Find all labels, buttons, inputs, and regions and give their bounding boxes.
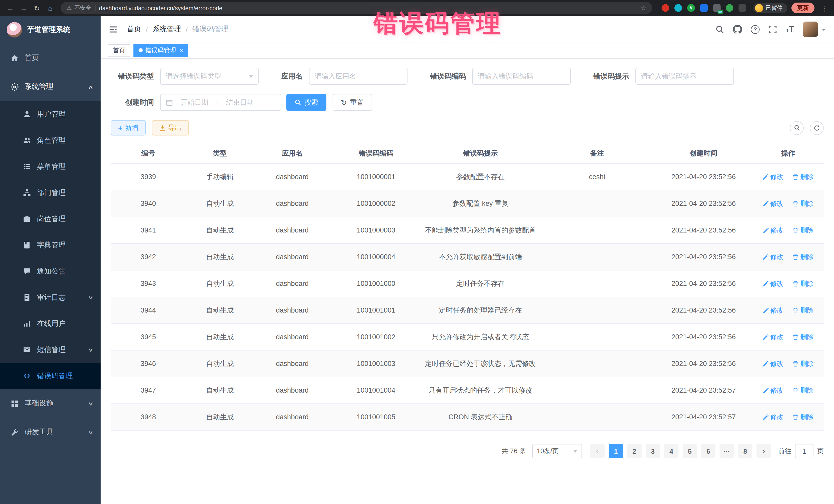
delete-link[interactable]: 删除 [793,306,814,315]
sidebar-item-dev-tools[interactable]: 研发工具 ∨ [0,418,101,446]
address-bar[interactable]: ⚠ 不安全 dashboard.yudao.iocoder.cn/system/… [61,2,652,14]
page-button-5[interactable]: 5 [683,444,697,458]
more-pages-button[interactable]: ··· [720,444,734,458]
end-date-input[interactable] [220,98,259,106]
delete-link[interactable]: 删除 [793,359,814,368]
extension-icon[interactable]: V [687,4,695,12]
search-icon[interactable] [716,25,724,34]
cell-msg: 参数配置 key 重复 [422,190,539,217]
sidebar-item-menu-management[interactable]: 菜单管理 [0,153,101,180]
cell-app: dashboard [254,324,330,350]
app-logo[interactable]: 芋道管理系统 [0,16,101,44]
app-name-input[interactable] [314,72,402,80]
edit-link[interactable]: 修改 [762,412,784,422]
page-button-1[interactable]: 1 [609,444,623,458]
edit-link[interactable]: 修改 [762,359,784,368]
cell-type: 手动编辑 [186,163,254,190]
browser-update-button[interactable]: 更新 [791,3,814,13]
error-msg-input[interactable] [641,72,728,80]
browser-reload-button[interactable]: ↻ [31,2,43,14]
cell-type: 自动生成 [186,270,254,297]
sidebar-item-home[interactable]: 首页 [0,44,101,72]
page-size-select[interactable]: 10条/页 [532,444,582,458]
search-button[interactable]: 搜索 [286,94,326,111]
browser-forward-button[interactable]: → [18,2,30,14]
extension-icon[interactable] [674,4,682,12]
sidebar-item-online-users[interactable]: 在线用户 [0,310,101,337]
sidebar-item-sms-management[interactable]: 短信管理 ∨ [0,337,101,363]
sidebar-item-error-code-management[interactable]: 错误码管理 [0,363,101,389]
sidebar-item-post-management[interactable]: 岗位管理 [0,206,101,232]
sidebar-item-dept-management[interactable]: 部门管理 [0,180,101,206]
chevron-down-icon: ∨ [88,294,93,300]
add-button[interactable]: + 新增 [111,120,146,135]
edit-link[interactable]: 修改 [762,386,784,395]
delete-link[interactable]: 删除 [793,199,814,208]
breadcrumb-home[interactable]: 首页 [127,25,141,34]
page-button-2[interactable]: 2 [627,444,641,458]
pencil-icon [762,307,769,313]
sidebar-item-infrastructure[interactable]: 基础设施 ∨ [0,389,101,418]
cell-time: 2021-04-20 23:52:56 [655,243,753,270]
fullscreen-icon[interactable] [768,25,777,34]
extensions-puzzle-icon[interactable] [739,4,746,12]
browser-menu-icon[interactable]: ⋮ [819,4,830,12]
edit-link[interactable]: 修改 [762,332,784,342]
delete-link[interactable]: 删除 [793,412,814,422]
error-code-type-select[interactable]: 请选择错误码类型 [160,68,259,85]
goto-page-input[interactable] [795,444,813,458]
reset-button[interactable]: ↻ 重置 [333,94,372,111]
error-code-input[interactable] [478,72,565,80]
breadcrumb-system-management[interactable]: 系统管理 [152,25,181,34]
edit-link[interactable]: 修改 [762,252,784,262]
security-warning[interactable]: ⚠ 不安全 [67,4,91,12]
edit-link[interactable]: 修改 [762,199,784,208]
extension-icon[interactable] [726,4,733,12]
delete-link[interactable]: 删除 [793,279,814,288]
delete-link[interactable]: 删除 [793,172,814,181]
delete-link[interactable]: 删除 [793,332,814,342]
sidebar-item-user-management[interactable]: 用户管理 [0,101,101,127]
bookmark-star-icon[interactable]: ☆ [640,4,646,12]
delete-link[interactable]: 删除 [793,225,814,235]
next-page-button[interactable]: › [756,444,771,458]
delete-link[interactable]: 删除 [793,252,814,262]
prev-page-button[interactable]: ‹ [590,444,605,458]
edit-link[interactable]: 修改 [762,225,784,235]
browser-profile-chip[interactable]: 已暂停 [753,3,787,13]
page-button-3[interactable]: 3 [646,444,660,458]
extension-icon[interactable] [700,4,708,12]
font-size-icon[interactable]: TT [786,25,794,34]
sidebar-item-audit-log[interactable]: 审计日志 ∨ [0,284,101,310]
page-button-4[interactable]: 4 [664,444,679,458]
export-button[interactable]: 导出 [152,120,189,135]
close-icon[interactable]: × [180,47,183,54]
user-menu[interactable] [803,22,826,37]
start-date-input[interactable] [175,98,214,106]
tab-error-code-management[interactable]: 错误码管理 × [133,44,188,57]
edit-link[interactable]: 修改 [762,306,784,315]
page-button-8[interactable]: 8 [738,444,752,458]
browser-back-button[interactable]: ← [4,2,17,14]
sidebar-item-role-management[interactable]: 角色管理 [0,127,101,153]
hamburger-icon[interactable] [109,25,117,34]
url-text[interactable]: dashboard.yudao.iocoder.cn/system/error-… [99,5,222,11]
edit-link[interactable]: 修改 [762,172,784,181]
sidebar-item-system-management[interactable]: 系统管理 ∧ [0,72,101,101]
browser-home-button[interactable]: ⌂ [44,2,57,14]
cell-type: 自动生成 [186,217,254,243]
edit-link[interactable]: 修改 [762,279,784,288]
question-icon[interactable]: ? [751,25,760,34]
refresh-table-button[interactable] [810,121,824,135]
delete-link[interactable]: 删除 [793,386,814,395]
org-tree-icon [23,189,31,197]
toggle-search-button[interactable] [790,121,804,135]
page-button-6[interactable]: 6 [701,444,716,458]
extension-icon[interactable]: on [713,4,721,12]
extension-icon[interactable] [662,4,669,12]
sidebar-item-dict-management[interactable]: 字典管理 [0,232,101,258]
tab-home[interactable]: 首页 [108,44,130,57]
create-time-range-picker[interactable]: - [160,94,281,111]
sidebar-item-notice[interactable]: 通知公告 [0,258,101,284]
github-icon[interactable] [733,25,742,34]
